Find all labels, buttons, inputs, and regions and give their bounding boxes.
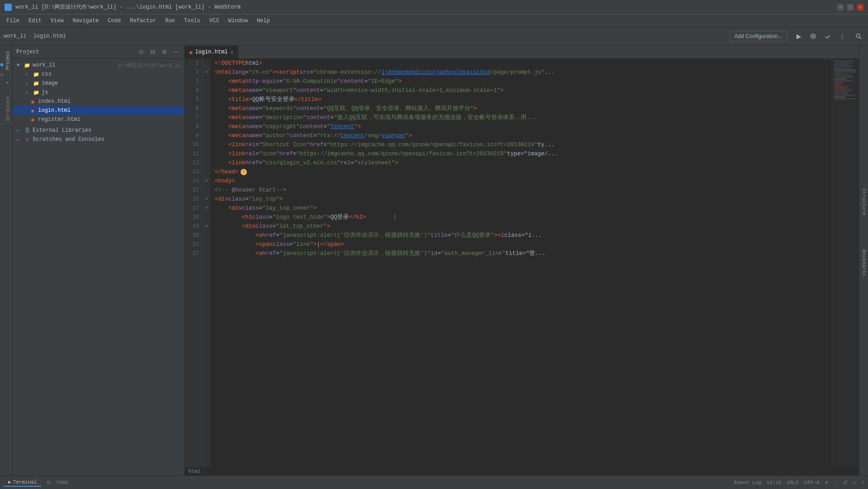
fold-arrow-16[interactable]: ▼	[205, 197, 207, 201]
css-folder-label: css	[42, 71, 181, 77]
encoding[interactable]: UTF-8	[805, 480, 820, 485]
menu-vcs[interactable]: VCS	[205, 16, 224, 26]
gutter-22	[203, 249, 210, 258]
tree-login-html[interactable]: ◉ login.html	[13, 106, 184, 115]
menu-window[interactable]: Window	[224, 16, 252, 26]
code-line-15: <!-- @header Start-->	[215, 186, 832, 195]
editor-tabs: ◉ login.html ✕	[185, 45, 859, 59]
gutter-19[interactable]: ▼	[203, 222, 210, 231]
gutter-1	[203, 59, 210, 68]
tab-close-button[interactable]: ✕	[231, 49, 234, 55]
window-controls: — □ ✕	[837, 4, 863, 10]
fold-arrow-2[interactable]: ▼	[205, 70, 207, 75]
line-ending[interactable]: CRLF	[787, 480, 799, 485]
git-icon: ⎇	[842, 479, 848, 485]
panel-settings-button[interactable]: ⚙	[160, 48, 169, 57]
left-vertical-tabs: Project ★ Structure	[4, 45, 13, 475]
code-line-5: <title>QQ帐号安全登录</title>	[215, 95, 832, 104]
run-coverage-button[interactable]	[822, 30, 834, 42]
menu-edit[interactable]: Edit	[24, 16, 46, 26]
svg-line-3	[859, 37, 861, 39]
separator: |	[833, 480, 836, 485]
index-html-icon: ◉	[29, 98, 36, 105]
menu-tools[interactable]: Tools	[179, 16, 205, 26]
search-everywhere-button[interactable]	[853, 30, 864, 42]
js-folder-label: js	[42, 89, 181, 96]
gutter-2[interactable]: ▼	[203, 68, 210, 77]
project-tab[interactable]: Project	[5, 47, 11, 73]
tree-external-libraries[interactable]: ▶ 🗄 External Libraries	[13, 126, 184, 135]
gutter-10	[203, 140, 210, 149]
terminal-icon: ▶	[8, 479, 11, 485]
event-log-link[interactable]: Event Log	[734, 480, 761, 485]
index-html-label: index.html	[38, 98, 181, 105]
tree-index-html[interactable]: ◉ index.html	[13, 97, 184, 106]
tree-css-folder[interactable]: ▶ 📁 css	[13, 70, 184, 79]
breadcrumb-separator: ›	[28, 33, 31, 39]
structure-tab[interactable]: Structure	[5, 93, 11, 125]
tree-root[interactable]: ▼ 📁 work_li D:\网页设计代作\work_li	[13, 61, 184, 70]
menu-help[interactable]: Help	[252, 16, 275, 26]
code-content-area[interactable]: <!DOCTYPE html> <html lang="zh-cn"><scri…	[210, 59, 832, 467]
breadcrumb-workli[interactable]: work_li	[4, 33, 26, 39]
tree-js-folder[interactable]: ▶ 📁 js	[13, 88, 184, 97]
minimap	[832, 59, 859, 467]
gutter-16[interactable]: ▼	[203, 195, 210, 204]
menu-refactor[interactable]: Refactor	[125, 16, 161, 26]
scratch-icon: ✎	[24, 136, 31, 143]
code-line-18: <h1 class="logo text_hide">QQ登录</h1> |	[215, 213, 832, 222]
fold-arrow-14[interactable]: ▼	[205, 179, 207, 183]
indent-size[interactable]: 4	[825, 480, 828, 485]
gutter-8	[203, 122, 210, 131]
menu-file[interactable]: File	[2, 16, 24, 26]
menu-navigate[interactable]: Navigate	[68, 16, 103, 26]
panel-collapse-button[interactable]: ⊟	[148, 48, 157, 57]
root-icon: ▼	[14, 62, 22, 69]
terminal-tab[interactable]: ▶ Terminal	[4, 478, 41, 487]
more-button[interactable]: ⋮	[836, 30, 848, 42]
tree-image-folder[interactable]: ▶ 📁 image	[13, 79, 184, 88]
panel-sync-button[interactable]: ⊙	[136, 48, 145, 57]
right-tab-bookmarks[interactable]: Bookmarks	[860, 247, 868, 279]
tree-register-html[interactable]: ◉ register.html	[13, 115, 184, 124]
ext-lib-icon: 🗄	[24, 127, 31, 134]
line-num-17: 17	[185, 204, 203, 213]
code-line-10: <link rel="Shortcut Icon" href="https://…	[215, 140, 832, 149]
fold-arrow-19[interactable]: ▼	[205, 224, 207, 229]
fold-arrow-17[interactable]: ▼	[205, 206, 207, 211]
code-line-17: <div class="lay_top_inner">	[215, 204, 832, 213]
editor-tab-login[interactable]: ◉ login.html ✕	[185, 46, 238, 58]
line-num-16: 16	[185, 195, 203, 204]
tree-scratches[interactable]: ▶ ✎ Scratches and Consoles	[13, 135, 184, 144]
breadcrumb-file[interactable]: login.html	[34, 33, 66, 39]
menu-view[interactable]: View	[46, 16, 68, 26]
panel-close-button[interactable]: —	[172, 48, 181, 57]
gutter-14[interactable]: ▼	[203, 177, 210, 186]
gutter-7	[203, 113, 210, 122]
maximize-button[interactable]: □	[847, 4, 854, 10]
bottom-tabs: ▶ Terminal 6: TODO	[4, 478, 72, 487]
cursor-indicator: |	[393, 213, 396, 222]
code-editor: 1 2 3 4 5 6 7 8 9 10 11 12 13 14 15 16 1…	[185, 59, 859, 467]
run-button[interactable]: ▶	[793, 30, 805, 42]
code-line-11: <link rel="icon" href="https://imgcache.…	[215, 149, 832, 158]
right-tab-structure[interactable]: Structure	[860, 186, 868, 218]
menu-code[interactable]: Code	[103, 16, 125, 26]
svg-point-2	[856, 34, 860, 38]
minimize-button[interactable]: —	[837, 4, 844, 10]
menu-run[interactable]: Run	[160, 16, 179, 26]
code-line-3: <meta http-equiv="X-UA-Compatible" conte…	[215, 77, 832, 86]
gutter-17[interactable]: ▼	[203, 204, 210, 213]
favorites-tab[interactable]: ★	[5, 77, 11, 89]
warning-icon: !	[241, 169, 247, 175]
scratch-arrow: ▶	[14, 136, 22, 143]
add-configuration-button[interactable]: Add Configuration...	[729, 31, 787, 42]
close-button[interactable]: ✕	[857, 4, 863, 10]
debug-button[interactable]	[807, 30, 819, 42]
register-html-label: register.html	[38, 116, 181, 123]
cursor-position[interactable]: 13:12	[767, 480, 781, 485]
gutter-18	[203, 213, 210, 222]
power-save-icon[interactable]: ⚡	[861, 479, 864, 485]
line-num-6: 6	[185, 104, 203, 113]
todo-tab[interactable]: 6: TODO	[42, 479, 72, 486]
